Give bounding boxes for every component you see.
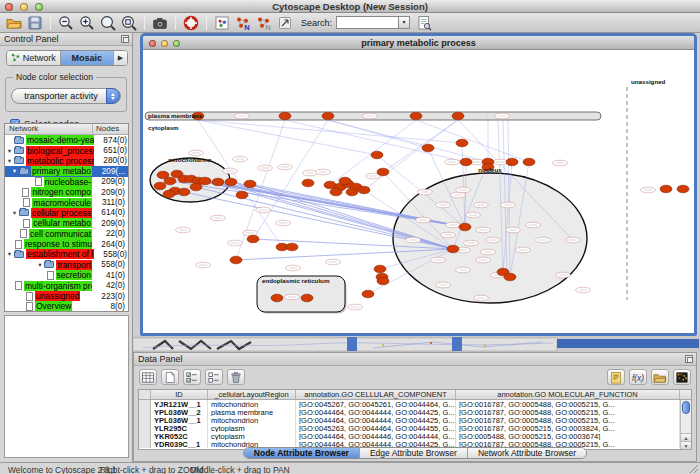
- tree-row[interactable]: macromolecule311(0): [5, 197, 128, 207]
- network-node[interactable]: [362, 290, 374, 298]
- tree-row[interactable]: ▼metabolic process280(0): [5, 156, 128, 166]
- network-node[interactable]: [330, 188, 342, 196]
- network-view-window[interactable]: primary metabolic process plasma membran…: [140, 33, 697, 336]
- tree-row[interactable]: response to stimulu264(0): [5, 239, 128, 249]
- table-cell[interactable]: [GO:0045267, GO:0045261, GO:0044464, G..…: [296, 400, 456, 408]
- table-cell[interactable]: [GO:0005488, GO:0005215, GO:0003674]: [456, 432, 680, 440]
- function-builder-icon[interactable]: f(x): [629, 369, 647, 385]
- tab-node-attribute-browser[interactable]: Node Attribute Browser: [244, 448, 360, 458]
- resize-grip[interactable]: [689, 464, 699, 474]
- network-node[interactable]: [279, 112, 291, 120]
- network-node[interactable]: [358, 186, 370, 194]
- table-cell[interactable]: [GO:0044464, GO:0044444, GO:0044425, G..…: [296, 416, 456, 424]
- unselect-attributes-icon[interactable]: [205, 369, 223, 385]
- network-node[interactable]: [230, 256, 242, 264]
- network-node[interactable]: [523, 158, 535, 166]
- delete-attribute-icon[interactable]: [227, 369, 245, 385]
- open-attribute-file-icon[interactable]: [651, 369, 669, 385]
- network-node[interactable]: [452, 112, 464, 120]
- new-attribute-icon[interactable]: [161, 369, 179, 385]
- table-cell[interactable]: YJR121W__1: [151, 400, 208, 408]
- network-node[interactable]: [506, 158, 518, 166]
- network-node[interactable]: [374, 265, 386, 273]
- network-node[interactable]: [322, 112, 334, 120]
- network-node[interactable]: [164, 177, 176, 185]
- tree-row[interactable]: ▼cellular process614(0): [5, 208, 128, 218]
- network-node[interactable]: [302, 179, 314, 187]
- table-cell[interactable]: YLR295C: [151, 424, 208, 432]
- search-input[interactable]: [336, 16, 398, 29]
- tree-row[interactable]: multi-organism pro42(0): [5, 280, 128, 290]
- network-node[interactable]: [346, 188, 358, 196]
- save-icon[interactable]: [27, 15, 43, 31]
- tree-expander-icon[interactable]: ▼: [5, 158, 14, 164]
- network-node[interactable]: [244, 180, 256, 188]
- attribute-table-icon[interactable]: [139, 369, 157, 385]
- import-attributes-icon[interactable]: [607, 369, 625, 385]
- network-node[interactable]: [178, 188, 190, 196]
- table-row[interactable]: YKR052Ccytoplasm[GO:0044464, GO:0044446,…: [139, 432, 691, 440]
- table-cell[interactable]: [GO:0044464, GO:0044444, GO:0044425, G..…: [296, 408, 456, 416]
- tree-row[interactable]: Overview8(0): [5, 301, 128, 311]
- network-node[interactable]: [212, 178, 224, 186]
- tab-network[interactable]: Network: [7, 51, 61, 65]
- network-node[interactable]: [339, 177, 351, 185]
- network-node[interactable]: [459, 223, 471, 231]
- tree-expander-icon[interactable]: ▼: [5, 251, 14, 257]
- tree-expander-icon[interactable]: ▼: [10, 210, 19, 216]
- advanced-search-icon[interactable]: [416, 15, 432, 31]
- table-cell[interactable]: YPL036W__2: [151, 408, 208, 416]
- tree-row[interactable]: nitrogen compo209(0): [5, 187, 128, 197]
- table-cell[interactable]: cytoplasm: [208, 424, 296, 432]
- network-node[interactable]: [271, 294, 283, 302]
- column-header[interactable]: _cellularLayoutRegion: [208, 390, 296, 399]
- tree-row[interactable]: nucleobase-209(0): [5, 177, 128, 187]
- network-node[interactable]: [247, 235, 259, 243]
- network-node[interactable]: [154, 182, 166, 190]
- network-node[interactable]: [225, 178, 237, 186]
- tree-row[interactable]: ▼biological_process651(0): [5, 145, 128, 155]
- network-node[interactable]: [660, 185, 672, 193]
- network-node[interactable]: [163, 190, 175, 198]
- network-overview-icon[interactable]: [214, 15, 230, 31]
- table-cell[interactable]: [GO:0045263, GO:0044464, GO:0044455, G..…: [296, 424, 456, 432]
- scroll-up-button[interactable]: ▲: [681, 433, 691, 441]
- float-panel-icon[interactable]: [121, 35, 129, 43]
- zoom-out-icon[interactable]: [58, 15, 74, 31]
- tree-row[interactable]: secretion41(0): [5, 270, 128, 280]
- hide-node-labels-icon[interactable]: N: [256, 15, 272, 31]
- tab-mosaic[interactable]: Mosaic: [61, 51, 115, 65]
- tree-expander-icon[interactable]: ▼: [35, 262, 44, 268]
- tree-row[interactable]: ▼transport558(0): [5, 260, 128, 270]
- table-cell[interactable]: YPL036W__1: [151, 416, 208, 424]
- column-header[interactable]: annotation.GO CELLULAR_COMPONENT: [296, 390, 456, 399]
- column-header[interactable]: ID: [151, 390, 208, 399]
- network-node[interactable]: [377, 168, 389, 176]
- tree-row[interactable]: ▼establishment of lo558(0): [5, 249, 128, 259]
- network-node[interactable]: [422, 144, 434, 152]
- tree-row[interactable]: ▼primary metabo209(...: [5, 166, 128, 176]
- network-node[interactable]: [236, 191, 248, 199]
- table-cell[interactable]: mitochondrion: [208, 400, 296, 408]
- scrollbar-thumb[interactable]: [682, 401, 690, 414]
- zoom-fit-icon[interactable]: [100, 15, 116, 31]
- table-cell[interactable]: [GO:0016787, GO:0005215, GO:0003824, G..…: [456, 424, 680, 432]
- network-node[interactable]: [377, 277, 389, 285]
- network-canvas[interactable]: plasma membranecytoplasmmitochondrionnuc…: [143, 50, 694, 335]
- network-node[interactable]: [286, 243, 298, 251]
- table-row[interactable]: YPL036W__2plasma membrane[GO:0044464, GO…: [139, 408, 691, 416]
- camera-icon[interactable]: [152, 15, 168, 31]
- tree-row[interactable]: unassigned223(0): [5, 291, 128, 301]
- network-node[interactable]: [190, 183, 202, 191]
- network-node[interactable]: [371, 151, 383, 159]
- network-node[interactable]: [460, 158, 472, 166]
- tree-expander-icon[interactable]: ▼: [10, 168, 19, 174]
- tab-edge-attribute-browser[interactable]: Edge Attribute Browser: [360, 448, 468, 458]
- network-node[interactable]: [301, 294, 313, 302]
- table-row[interactable]: YPL036W__1mitochondrion[GO:0044464, GO:0…: [139, 416, 691, 424]
- zoom-in-icon[interactable]: [79, 15, 95, 31]
- more-tabs-button[interactable]: ▶: [114, 51, 127, 65]
- search-dropdown-button[interactable]: ▾: [398, 16, 410, 29]
- network-node[interactable]: [447, 245, 459, 253]
- attribute-matrix-icon[interactable]: [673, 369, 691, 385]
